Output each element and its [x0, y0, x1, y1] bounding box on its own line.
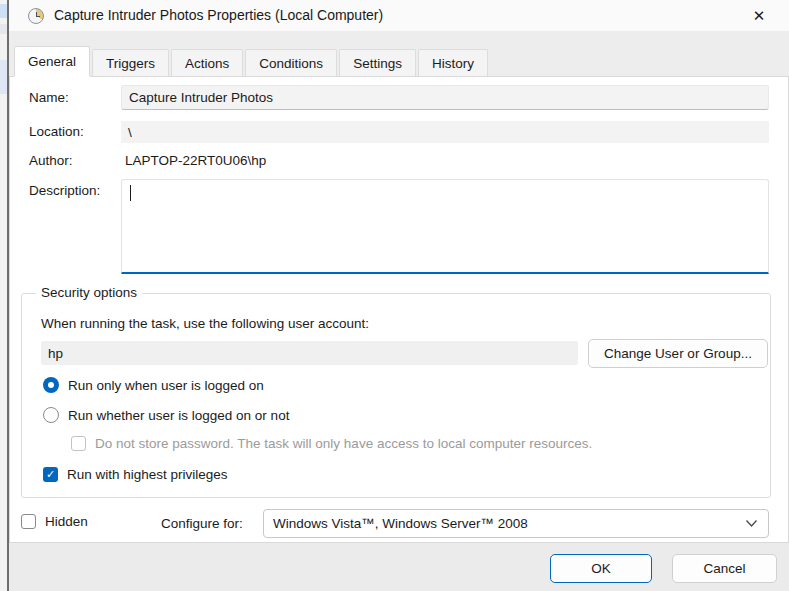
tab-settings[interactable]: Settings [339, 49, 416, 76]
tab-actions[interactable]: Actions [171, 49, 243, 76]
task-properties-dialog: Capture Intruder Photos Properties (Loca… [9, 0, 789, 591]
checkbox-label: Do not store password. The task will onl… [95, 436, 592, 451]
text-caret [130, 185, 131, 201]
close-icon[interactable]: ✕ [745, 4, 773, 28]
chevron-down-icon [745, 519, 758, 528]
background-window-sliver [0, 0, 9, 591]
checkbox-run-with-highest-privileges[interactable]: ✓ Run with highest privileges [43, 467, 228, 482]
general-tab-page: Name: Location: \ Author: LAPTOP-22RT0U0… [9, 76, 789, 543]
checkbox-hidden[interactable]: Hidden [21, 514, 88, 529]
footer-row: Hidden Configure for: Windows Vista™, Wi… [10, 505, 789, 541]
author-label: Author: [29, 153, 73, 168]
tab-strip: General Triggers Actions Conditions Sett… [9, 31, 789, 76]
task-scheduler-clock-icon [28, 8, 44, 24]
radio-run-only-when-logged-on[interactable]: Run only when user is logged on [43, 377, 264, 393]
configure-for-label: Configure for: [161, 516, 243, 531]
ok-button[interactable]: OK [550, 554, 652, 583]
location-label: Location: [29, 124, 84, 139]
radio-run-whether-logged-on-or-not[interactable]: Run whether user is logged on or not [43, 407, 289, 423]
tab-conditions[interactable]: Conditions [245, 49, 337, 76]
tab-history[interactable]: History [418, 49, 488, 76]
checkbox-unchecked-icon [71, 436, 86, 451]
tab-general[interactable]: General [14, 46, 90, 76]
radio-label: Run whether user is logged on or not [68, 408, 289, 423]
hidden-label: Hidden [45, 514, 88, 529]
configure-for-value: Windows Vista™, Windows Server™ 2008 [273, 516, 528, 531]
description-textarea[interactable] [121, 179, 769, 274]
radio-unselected-icon [43, 407, 59, 423]
location-value: \ [121, 121, 769, 143]
security-options-group: Security options When running the task, … [21, 293, 771, 498]
description-label: Description: [29, 183, 100, 198]
user-account-label: When running the task, use the following… [41, 316, 369, 331]
user-account-value: hp [41, 341, 578, 365]
radio-label: Run only when user is logged on [68, 378, 264, 393]
title-bar: Capture Intruder Photos Properties (Loca… [9, 0, 789, 31]
security-options-title: Security options [36, 285, 142, 300]
name-label: Name: [29, 90, 69, 105]
task-name-input[interactable] [121, 85, 769, 110]
radio-selected-icon [43, 377, 59, 393]
checkbox-unchecked-icon [21, 514, 36, 529]
author-value: LAPTOP-22RT0U06\hp [125, 153, 266, 168]
checkbox-do-not-store-password: Do not store password. The task will onl… [71, 436, 592, 451]
dialog-button-bar: OK Cancel [9, 543, 789, 591]
checkbox-checked-icon: ✓ [43, 467, 58, 482]
window-title: Capture Intruder Photos Properties (Loca… [54, 7, 383, 23]
tab-triggers[interactable]: Triggers [92, 49, 169, 76]
configure-for-dropdown[interactable]: Windows Vista™, Windows Server™ 2008 [263, 509, 769, 538]
checkbox-label: Run with highest privileges [67, 467, 228, 482]
cancel-button[interactable]: Cancel [672, 554, 777, 583]
change-user-or-group-button[interactable]: Change User or Group... [588, 339, 768, 368]
